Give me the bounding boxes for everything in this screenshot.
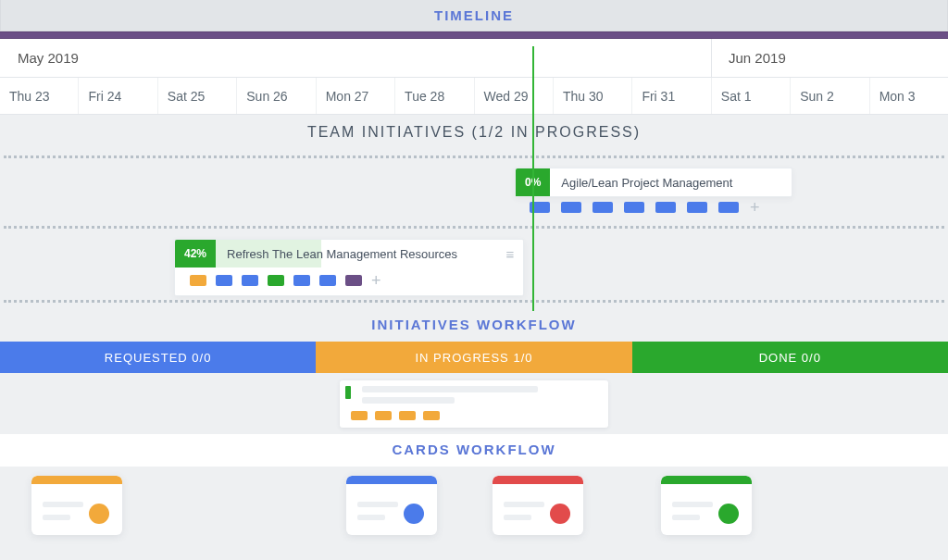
- task-chip[interactable]: [592, 202, 613, 213]
- card-status-bar: [345, 386, 351, 399]
- timeline-day[interactable]: Sun 26: [236, 78, 315, 114]
- tile-color-bar: [661, 476, 752, 484]
- cards-col[interactable]: [318, 467, 633, 544]
- card-tile[interactable]: [31, 476, 122, 535]
- timeline-day[interactable]: Sat 25: [157, 78, 236, 114]
- cards-workflow-heading: CARDS WORKFLOW: [0, 434, 948, 467]
- workflow-col-in-progress[interactable]: IN PROGRESS 1/0: [316, 342, 631, 373]
- initiative-card[interactable]: 0% Agile/Lean Project Management: [515, 168, 792, 197]
- card-chip-row: [347, 411, 599, 420]
- timeline-day[interactable]: Wed 29: [474, 78, 553, 114]
- initiative-title: Refresh The Lean Management Resources: [216, 240, 497, 268]
- cards-col[interactable]: [633, 467, 948, 544]
- placeholder-line: [357, 502, 398, 507]
- timeline-month: May 2019: [0, 39, 711, 77]
- initiative-chip-row: +: [530, 202, 760, 213]
- workflow-col-done[interactable]: DONE 0/0: [632, 342, 948, 373]
- timeline-day[interactable]: Sat 1: [711, 78, 790, 114]
- task-chip[interactable]: [530, 202, 550, 213]
- timeline-header: TIMELINE: [0, 0, 948, 31]
- placeholder-line: [504, 502, 544, 507]
- timeline-day[interactable]: Mon 27: [316, 78, 394, 114]
- tile-color-bar: [31, 476, 122, 484]
- status-dot-icon: [718, 504, 739, 524]
- progress-badge: 42%: [175, 240, 216, 268]
- timeline-day[interactable]: Thu 30: [553, 78, 631, 114]
- card-tile[interactable]: [661, 476, 752, 535]
- swimlane-divider: [4, 300, 944, 303]
- tile-color-bar: [346, 476, 437, 484]
- initiative-swimlanes[interactable]: 0% Agile/Lean Project Management + 42% R…: [0, 152, 948, 307]
- timeline-month-row: May 2019 Jun 2019: [0, 39, 948, 78]
- placeholder-line: [362, 397, 455, 404]
- task-chip[interactable]: [293, 275, 310, 286]
- timeline-month: Jun 2019: [711, 39, 948, 77]
- task-chip[interactable]: [345, 275, 362, 286]
- tile-color-bar: [493, 476, 583, 484]
- task-chip[interactable]: [268, 275, 284, 286]
- initiative-title: Agile/Lean Project Management: [550, 168, 792, 196]
- timeline-day[interactable]: Fri 24: [78, 78, 156, 114]
- initiative-card[interactable]: 42% Refresh The Lean Management Resource…: [174, 239, 524, 296]
- workflow-col[interactable]: [0, 373, 316, 432]
- workflow-col[interactable]: [316, 373, 631, 432]
- timeline-day[interactable]: Mon 3: [869, 78, 948, 114]
- timeline-title: TIMELINE: [434, 7, 514, 23]
- placeholder-line: [504, 515, 531, 520]
- placeholder-line: [362, 386, 538, 392]
- timeline-day[interactable]: Sun 2: [790, 78, 868, 114]
- status-dot-icon: [550, 504, 570, 524]
- team-initiatives-heading: TEAM INITIATIVES (1/2 IN PROGRESS): [0, 115, 948, 152]
- timeline-day-row: Thu 23 Fri 24 Sat 25 Sun 26 Mon 27 Tue 2…: [0, 78, 948, 115]
- cards-body[interactable]: [0, 467, 948, 544]
- workflow-col-requested[interactable]: REQUESTED 0/0: [0, 342, 316, 373]
- cards-col[interactable]: [0, 467, 318, 544]
- workflow-columns-header: REQUESTED 0/0 IN PROGRESS 1/0 DONE 0/0: [0, 342, 948, 373]
- timeline-day[interactable]: Fri 31: [631, 78, 710, 114]
- placeholder-line: [672, 515, 700, 520]
- task-chip[interactable]: [242, 275, 258, 286]
- workflow-card[interactable]: [340, 380, 608, 428]
- timeline-accent-bar: [0, 31, 948, 39]
- initiatives-workflow-heading: INITIATIVES WORKFLOW: [0, 309, 948, 342]
- add-task-icon[interactable]: +: [750, 202, 760, 213]
- initiative-header: 42% Refresh The Lean Management Resource…: [175, 240, 523, 268]
- menu-icon[interactable]: ≡: [497, 240, 523, 268]
- add-task-icon[interactable]: +: [371, 275, 381, 286]
- status-dot-icon: [404, 504, 424, 524]
- workflow-body[interactable]: [0, 373, 948, 432]
- task-chip[interactable]: [561, 202, 581, 213]
- progress-badge: 0%: [516, 168, 550, 196]
- swimlane-divider: [4, 156, 944, 158]
- status-dot-icon: [89, 504, 109, 524]
- placeholder-line: [43, 502, 83, 507]
- initiative-chip-row: +: [175, 268, 523, 295]
- timeline-day[interactable]: Thu 23: [0, 78, 78, 114]
- timeline-day[interactable]: Tue 28: [394, 78, 473, 114]
- task-chip[interactable]: [655, 202, 676, 213]
- initiative-header: 0% Agile/Lean Project Management: [516, 168, 792, 196]
- card-tile[interactable]: [493, 476, 583, 535]
- card-tile[interactable]: [346, 476, 437, 535]
- placeholder-line: [672, 502, 713, 507]
- task-chip[interactable]: [216, 275, 232, 286]
- placeholder-line: [357, 515, 385, 520]
- task-chip[interactable]: [423, 411, 440, 420]
- task-chip[interactable]: [624, 202, 644, 213]
- task-chip[interactable]: [399, 411, 416, 420]
- workflow-col[interactable]: [632, 373, 948, 432]
- task-chip[interactable]: [375, 411, 392, 420]
- placeholder-line: [43, 515, 70, 520]
- task-chip[interactable]: [687, 202, 707, 213]
- task-chip[interactable]: [351, 411, 368, 420]
- task-chip[interactable]: [190, 275, 206, 286]
- task-chip[interactable]: [319, 275, 336, 286]
- swimlane-divider: [4, 226, 944, 229]
- task-chip[interactable]: [718, 202, 739, 213]
